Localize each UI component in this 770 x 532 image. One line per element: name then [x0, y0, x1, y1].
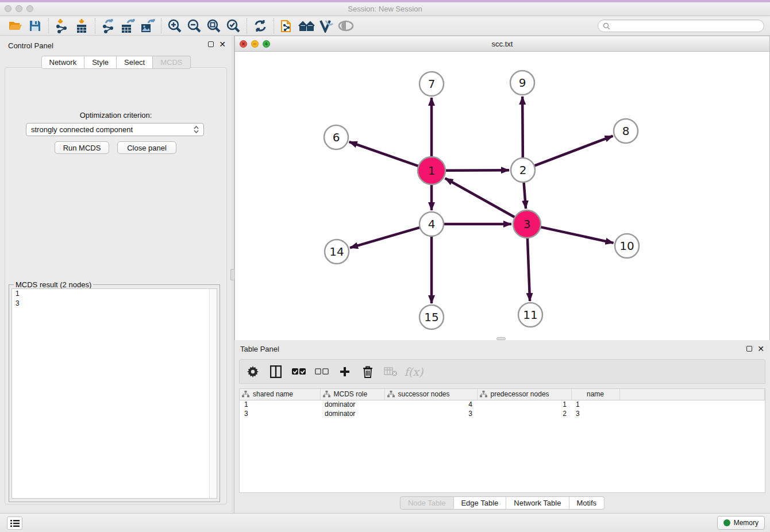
export-network-icon[interactable]: [99, 17, 118, 34]
criterion-select[interactable]: strongly connected component: [26, 123, 204, 136]
edge-1-6[interactable]: [349, 142, 419, 166]
add-column-icon[interactable]: [337, 363, 352, 380]
svg-text:6: 6: [333, 130, 340, 144]
table-cell[interactable]: 1: [571, 400, 619, 409]
zoom-fit-icon[interactable]: [204, 17, 224, 34]
optimization-criterion-label: Optimization criterion:: [5, 111, 226, 119]
select-all-icon[interactable]: [291, 363, 306, 380]
edge-3-11[interactable]: [528, 238, 530, 301]
result-item[interactable]: 3: [12, 299, 217, 309]
open-file-icon[interactable]: [6, 17, 25, 34]
zoom-selected-icon[interactable]: [224, 17, 243, 34]
zoom-out-icon[interactable]: [184, 17, 204, 34]
memory-status-icon: [723, 519, 730, 526]
delete-column-icon[interactable]: [360, 363, 375, 380]
edge-3-10[interactable]: [540, 227, 613, 243]
float-panel-icon[interactable]: [208, 41, 214, 47]
result-item[interactable]: 1: [12, 289, 217, 299]
save-session-icon[interactable]: [25, 17, 45, 34]
control-panel-body: Optimization criterion: strongly connect…: [5, 67, 227, 504]
run-mcds-button[interactable]: Run MCDS: [55, 141, 109, 154]
close-table-panel-icon[interactable]: ✕: [757, 346, 764, 352]
close-panel-button[interactable]: Close panel: [117, 141, 176, 154]
edge-3-1[interactable]: [445, 178, 515, 217]
edge-1-2[interactable]: [445, 170, 509, 171]
table-cell[interactable]: dominator: [320, 400, 384, 409]
network-canvas[interactable]: 1234678910111415: [235, 52, 769, 340]
table-cell[interactable]: dominator: [320, 409, 384, 418]
node-15[interactable]: 15: [419, 305, 444, 329]
column-header-name[interactable]: name: [571, 389, 619, 400]
node-2[interactable]: 2: [511, 158, 535, 182]
close-panel-icon[interactable]: ✕: [219, 41, 226, 47]
table-cell[interactable]: 1: [240, 400, 320, 409]
refresh-view-icon[interactable]: [251, 17, 270, 34]
svg-text:2: 2: [519, 163, 527, 177]
node-7[interactable]: 7: [419, 72, 444, 96]
zoom-in-icon[interactable]: [165, 17, 184, 34]
svg-text:14: 14: [329, 245, 344, 259]
mcds-result-group: MCDS result (2 nodes) 13: [9, 284, 220, 502]
edge-2-3[interactable]: [524, 182, 526, 209]
mcds-result-list[interactable]: 13: [11, 288, 217, 499]
toolbar-separator: [274, 18, 274, 33]
show-columns-icon[interactable]: [268, 363, 283, 380]
svg-text:8: 8: [622, 124, 630, 138]
table-cell[interactable]: 1: [477, 400, 571, 409]
node-11[interactable]: 11: [518, 303, 542, 327]
memory-button[interactable]: Memory: [717, 516, 765, 530]
edge-4-14[interactable]: [350, 228, 420, 248]
tab-network-table[interactable]: Network Table: [506, 496, 569, 510]
column-header-MCDS-role[interactable]: MCDS role: [320, 389, 384, 400]
search-box[interactable]: [598, 20, 764, 32]
table-options-icon[interactable]: [245, 363, 260, 380]
table-cell[interactable]: 3: [240, 409, 320, 418]
export-table-icon[interactable]: [118, 17, 138, 34]
show-hide-icon[interactable]: [336, 17, 356, 34]
node-4[interactable]: 4: [419, 212, 444, 236]
result-scrollbar[interactable]: [209, 289, 217, 498]
function-builder-icon: f(x): [406, 363, 421, 380]
node-8[interactable]: 8: [614, 119, 638, 143]
table-row[interactable]: 1dominator411: [240, 400, 765, 409]
tab-edge-table[interactable]: Edge Table: [453, 496, 506, 510]
tab-mcds[interactable]: MCDS: [153, 56, 190, 69]
first-neighbors-icon[interactable]: [297, 17, 317, 34]
tab-network[interactable]: Network: [41, 56, 84, 69]
svg-text:1: 1: [428, 164, 436, 178]
node-6[interactable]: 6: [324, 125, 348, 149]
node-1[interactable]: 1: [418, 157, 445, 184]
table-cell[interactable]: 2: [477, 409, 571, 418]
task-history-button[interactable]: [7, 516, 22, 530]
apply-style-icon[interactable]: [317, 17, 336, 34]
criterion-value: strongly connected component: [31, 125, 133, 134]
mcds-result-title: MCDS result (2 nodes): [14, 280, 93, 289]
import-network-icon[interactable]: [52, 17, 72, 34]
table-row[interactable]: 3dominator323: [240, 409, 765, 418]
deselect-all-icon[interactable]: [314, 363, 329, 380]
column-header-successor-nodes[interactable]: successor nodes: [384, 389, 477, 400]
edge-2-9[interactable]: [522, 97, 523, 158]
node-10[interactable]: 10: [615, 234, 639, 258]
column-header-predecessor-nodes[interactable]: predecessor nodes: [477, 389, 571, 400]
table-cell[interactable]: 3: [384, 409, 477, 418]
export-image-icon[interactable]: [138, 17, 157, 34]
tab-motifs[interactable]: Motifs: [569, 496, 605, 510]
network-window-titlebar[interactable]: × − + scc.txt: [235, 36, 769, 52]
table-cell[interactable]: 4: [384, 400, 477, 409]
node-3[interactable]: 3: [513, 210, 541, 238]
toolbar-separator: [161, 18, 161, 33]
search-input[interactable]: [613, 22, 759, 30]
float-table-panel-icon[interactable]: [746, 346, 752, 352]
node-14[interactable]: 14: [325, 240, 349, 264]
node-table[interactable]: shared nameMCDS rolesuccessor nodesprede…: [239, 388, 765, 493]
import-table-icon[interactable]: [72, 17, 91, 34]
new-network-from-selection-icon[interactable]: [278, 17, 297, 34]
table-cell[interactable]: 3: [571, 409, 619, 418]
column-header-shared-name[interactable]: shared name: [240, 389, 320, 400]
tab-node-table[interactable]: Node Table: [400, 496, 454, 510]
edge-2-8[interactable]: [534, 136, 613, 166]
tab-style[interactable]: Style: [84, 56, 117, 69]
tab-select[interactable]: Select: [117, 56, 153, 69]
node-9[interactable]: 9: [510, 71, 534, 95]
